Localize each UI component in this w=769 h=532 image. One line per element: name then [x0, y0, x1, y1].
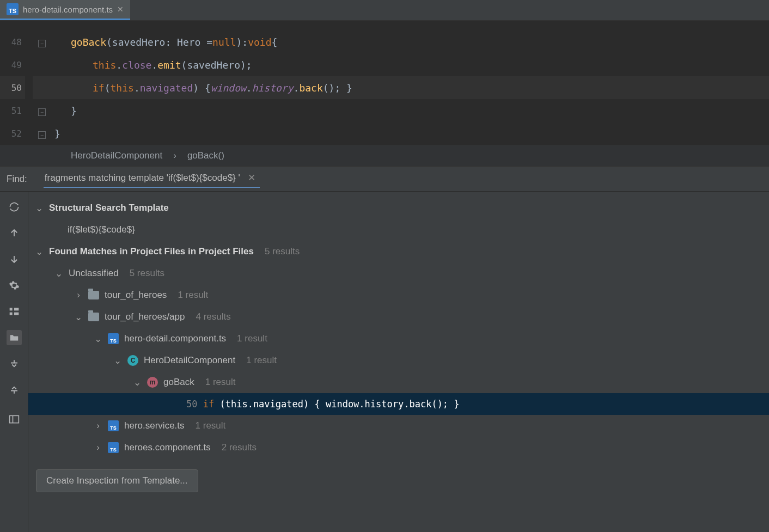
code-line[interactable]: } [49, 122, 769, 145]
fold-icon[interactable]: − [38, 108, 46, 116]
chevron-down-icon[interactable]: ⌄ [54, 268, 63, 279]
line-number: 50 [0, 76, 25, 99]
line-gutter: 48 49 50 51 52 [0, 30, 33, 145]
tree-node-match-selected[interactable]: 50 if (this.navigated) { window.history.… [28, 393, 769, 415]
find-query[interactable]: fragments matching template 'if($let$){$… [44, 170, 260, 188]
chevron-right-icon[interactable]: › [94, 420, 102, 431]
breadcrumb-class[interactable]: HeroDetailComponent [71, 150, 162, 161]
class-icon: C [127, 355, 138, 366]
line-number: 48 [0, 30, 25, 53]
chevron-right-icon[interactable]: › [74, 290, 83, 301]
typescript-icon: TS [108, 442, 119, 453]
tree-node-class[interactable]: ⌄ C HeroDetailComponent 1 result [28, 350, 769, 371]
svg-rect-0 [9, 308, 12, 310]
chevron-down-icon[interactable]: ⌄ [113, 355, 122, 366]
svg-rect-1 [9, 313, 12, 315]
close-icon[interactable]: ✕ [117, 5, 124, 14]
fold-column: − − − [33, 30, 49, 145]
typescript-icon: TS [108, 420, 119, 431]
chevron-down-icon[interactable]: ⌄ [133, 377, 142, 388]
tree-node-file[interactable]: › TS hero.service.ts 1 result [28, 415, 769, 437]
fold-icon[interactable]: − [38, 40, 46, 47]
tree-node-file[interactable]: ⌄ TS hero-detail.component.ts 1 result [28, 328, 769, 350]
layout-icon[interactable] [7, 412, 22, 427]
results-tree[interactable]: ⌄ Structural Search Template if($let$){$… [28, 192, 769, 532]
tree-node-group[interactable]: ⌄ Unclassified 5 results [28, 262, 769, 284]
svg-rect-2 [14, 308, 19, 310]
expand-all-icon[interactable] [7, 356, 22, 371]
code-line[interactable]: } [49, 99, 769, 122]
code-line-current[interactable]: if (this.navigated) { window.history.bac… [49, 76, 769, 99]
line-number: 52 [0, 122, 25, 145]
folder-icon[interactable] [7, 330, 22, 345]
tree-node-method[interactable]: ⌄ m goBack 1 result [28, 371, 769, 393]
tree-node-folder[interactable]: ⌄ tour_of_heroes/app 4 results [28, 306, 769, 328]
gear-icon[interactable] [7, 278, 22, 293]
line-number: 49 [0, 53, 25, 76]
breadcrumb: HeroDetailComponent › goBack() [0, 145, 769, 167]
line-number: 51 [0, 99, 25, 122]
fold-icon[interactable]: − [38, 131, 46, 139]
tool-strip [0, 192, 28, 532]
tree-node-folder[interactable]: › tour_of_heroes 1 result [28, 284, 769, 306]
code-editor[interactable]: 48 49 50 51 52 − − − goBack(savedHero: H… [0, 21, 769, 145]
arrow-down-icon[interactable] [7, 252, 22, 267]
chevron-down-icon[interactable]: ⌄ [94, 333, 102, 345]
method-icon: m [147, 377, 158, 388]
editor-tab[interactable]: TS hero-detail.component.ts ✕ [0, 0, 130, 20]
folder-icon [88, 291, 99, 299]
code-area[interactable]: goBack(savedHero: Hero = null): void { t… [49, 30, 769, 145]
chevron-right-icon[interactable]: › [94, 442, 102, 453]
chevron-down-icon[interactable]: ⌄ [74, 311, 83, 323]
chevron-right-icon: › [173, 150, 176, 161]
tree-node-found-header[interactable]: ⌄ Found Matches in Project Files in Proj… [28, 241, 769, 262]
find-bar: Find: fragments matching template 'if($l… [0, 167, 769, 192]
svg-rect-3 [14, 313, 19, 315]
results-panel: ⌄ Structural Search Template if($let$){$… [0, 192, 769, 532]
refresh-icon[interactable] [7, 199, 22, 215]
arrow-up-icon[interactable] [7, 225, 22, 241]
tree-node-file[interactable]: › TS heroes.component.ts 2 results [28, 437, 769, 458]
tab-title: hero-detail.component.ts [23, 5, 113, 14]
chevron-down-icon[interactable]: ⌄ [35, 246, 44, 258]
breadcrumb-method[interactable]: goBack() [187, 150, 224, 161]
close-icon[interactable]: ✕ [248, 172, 255, 184]
typescript-icon: TS [108, 333, 119, 344]
find-label: Find: [7, 174, 27, 185]
chevron-down-icon[interactable]: ⌄ [35, 203, 44, 214]
collapse-all-icon[interactable] [7, 382, 22, 398]
typescript-icon: TS [7, 3, 19, 15]
create-inspection-button[interactable]: Create Inspection from Template... [36, 469, 198, 492]
group-icon[interactable] [7, 304, 22, 319]
folder-icon [88, 313, 99, 321]
code-line[interactable]: this.close.emit(savedHero); [49, 53, 769, 76]
tree-node-template-header[interactable]: ⌄ Structural Search Template [28, 197, 769, 219]
svg-rect-4 [9, 415, 19, 423]
tab-bar: TS hero-detail.component.ts ✕ [0, 0, 769, 21]
tree-node-template-body[interactable]: if($let$){$code$} [28, 219, 769, 241]
code-line[interactable]: goBack(savedHero: Hero = null): void { [49, 30, 769, 53]
